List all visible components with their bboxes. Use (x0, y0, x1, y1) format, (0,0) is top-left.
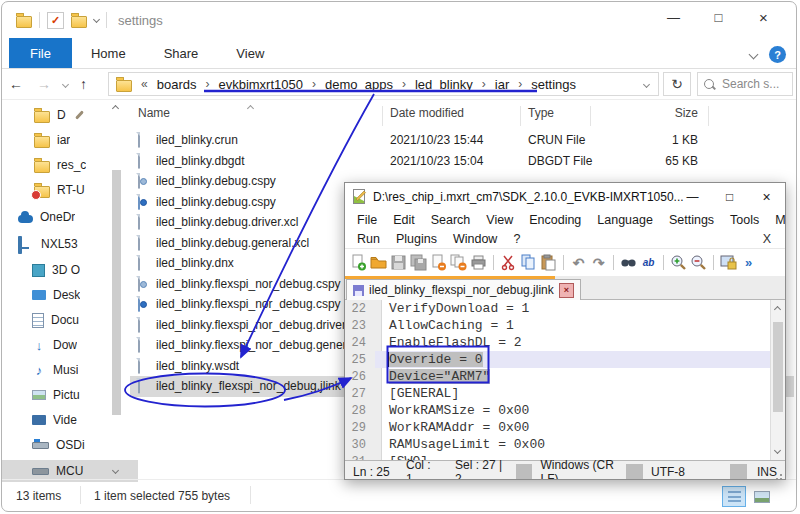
tab-jlink-file[interactable]: iled_blinky_flexspi_nor_debug.jlink × (346, 279, 581, 300)
column-header-size[interactable]: Size (598, 106, 698, 120)
breadcrumb-item-settings[interactable]: settings (531, 77, 576, 92)
scrollbar-thumb[interactable] (773, 322, 783, 412)
menu-tools[interactable]: Tools (722, 213, 767, 227)
scroll-up-icon[interactable] (774, 306, 781, 313)
column-header-date[interactable]: Date modified (390, 106, 464, 120)
sync-scrolling-button[interactable] (720, 254, 737, 271)
breadcrumb[interactable]: « boards › evkbimxrt1050 › demo_apps › l… (108, 72, 659, 96)
search-box[interactable] (697, 72, 793, 96)
file-name: iled_blinky.debug.cspy (156, 174, 276, 188)
file-icon (138, 358, 140, 374)
up-button[interactable]: ↑ (73, 76, 94, 92)
maximize-button[interactable]: □ (696, 2, 741, 32)
close-all-button[interactable] (450, 254, 467, 271)
details-view-button[interactable] (722, 486, 746, 507)
toolbar-divider (713, 255, 714, 270)
tab-close-icon[interactable]: × (559, 283, 574, 298)
crumb-sep-icon: › (518, 77, 522, 91)
file-icon (138, 214, 140, 230)
properties-check-icon[interactable]: ✓ (47, 12, 64, 29)
back-button[interactable]: ← (2, 76, 30, 92)
address-dropdown-chevron-icon[interactable] (643, 80, 650, 87)
scroll-up-icon[interactable] (112, 105, 119, 112)
column-header-name[interactable]: Name (138, 106, 170, 120)
toolbar-more-icon[interactable]: » (740, 254, 757, 271)
menu-run[interactable]: Run (349, 232, 388, 246)
close-file-button[interactable] (430, 254, 447, 271)
recent-locations-chevron-icon[interactable] (62, 80, 69, 87)
line-number: 23 (345, 317, 375, 334)
code-line: VerifyDownload = 1 (389, 301, 529, 316)
scroll-down-icon[interactable] (112, 467, 119, 474)
menu-edit[interactable]: Edit (385, 213, 423, 227)
sidebar-item-this-pc[interactable]: NXL53 (2, 233, 124, 255)
file-icon (138, 337, 140, 353)
editor-caption-buttons: — □ × (674, 183, 785, 210)
sidebar-scrollbar[interactable] (110, 100, 123, 479)
breadcrumb-overflow-chevrons[interactable]: « (141, 77, 148, 91)
thumbnail-view-button[interactable] (750, 486, 774, 507)
sidebar-item-onedrive[interactable]: OneDr (2, 206, 124, 228)
code-line: EnableFlashDL = 2 (389, 335, 522, 350)
new-folder-icon[interactable] (71, 16, 87, 28)
scrollbar-thumb[interactable] (112, 170, 121, 415)
close-button[interactable]: × (741, 2, 786, 32)
close-button[interactable]: × (748, 183, 785, 210)
tab-home[interactable]: Home (72, 38, 145, 68)
save-all-button[interactable] (410, 254, 427, 271)
zoom-in-button[interactable] (670, 254, 687, 271)
maximize-button[interactable]: □ (711, 183, 748, 210)
resize-grip[interactable] (758, 472, 782, 480)
menu-plugins[interactable]: Plugins (388, 232, 445, 246)
save-button[interactable] (390, 254, 407, 271)
open-file-button[interactable] (370, 254, 387, 271)
refresh-button[interactable]: ↻ (663, 72, 691, 96)
menu-language[interactable]: Language (589, 213, 661, 227)
menu-encoding[interactable]: Encoding (521, 213, 589, 227)
menu-settings[interactable]: Settings (661, 213, 722, 227)
new-file-button[interactable] (350, 254, 367, 271)
search-input[interactable] (720, 76, 788, 92)
copy-button[interactable] (520, 254, 537, 271)
qat-customize-chevron-icon[interactable] (93, 15, 100, 22)
status-column: Col : 1 (398, 458, 447, 480)
minimize-button[interactable]: — (674, 183, 711, 210)
cut-button[interactable] (500, 254, 517, 271)
menu-search[interactable]: Search (423, 213, 479, 227)
forward-button[interactable]: → (30, 76, 58, 92)
breadcrumb-item-demo-apps[interactable]: demo_apps (325, 77, 393, 92)
print-button[interactable] (470, 254, 487, 271)
column-header-type[interactable]: Type (528, 106, 554, 120)
code-editor[interactable]: 22VerifyDownload = 1 23AllowCaching = 1 … (345, 300, 785, 461)
menu-view[interactable]: View (478, 213, 521, 227)
status-selection: Sel : 27 | 2 (447, 458, 516, 480)
replace-button[interactable]: ab (640, 254, 657, 271)
paste-button[interactable] (540, 254, 557, 271)
breadcrumb-item-evkbimxrt1050[interactable]: evkbimxrt1050 (218, 77, 303, 92)
menu-window[interactable]: Window (445, 232, 505, 246)
breadcrumb-item-led-blinky[interactable]: led_blinky (415, 77, 473, 92)
menu-help[interactable]: ? (505, 232, 528, 246)
help-icon[interactable]: ? (769, 46, 786, 63)
pin-icon (75, 110, 84, 119)
minimize-button[interactable]: — (651, 2, 696, 32)
table-row[interactable]: iled_blinky.dbgdt2021/10/23 15:04DBGDT F… (130, 151, 794, 172)
breadcrumb-item-iar[interactable]: iar (495, 77, 509, 92)
menu-macro[interactable]: Macro (767, 213, 786, 227)
table-row[interactable]: iled_blinky.crun2021/10/23 15:44CRUN Fil… (130, 130, 794, 151)
menu-file[interactable]: File (349, 213, 385, 227)
editor-statusbar: Ln : 25 Col : 1 Sel : 27 | 2 Windows (CR… (345, 461, 785, 480)
tab-file[interactable]: File (9, 38, 72, 68)
ribbon-collapse-chevron-icon[interactable] (749, 50, 759, 60)
menu-overflow-close[interactable]: X (763, 232, 771, 246)
editor-scrollbar[interactable] (770, 300, 785, 460)
editor-titlebar[interactable]: D:\res_chip_i.mxrt_cm7\SDK_2.10.0_EVKB-I… (345, 183, 785, 210)
tab-share[interactable]: Share (145, 38, 218, 68)
scroll-down-icon[interactable] (774, 447, 781, 454)
tab-view[interactable]: View (217, 38, 283, 68)
redo-button[interactable]: ↷ (590, 254, 607, 271)
zoom-out-button[interactable] (690, 254, 707, 271)
undo-button[interactable]: ↶ (570, 254, 587, 271)
find-button[interactable] (620, 254, 637, 271)
breadcrumb-item-boards[interactable]: boards (157, 77, 197, 92)
